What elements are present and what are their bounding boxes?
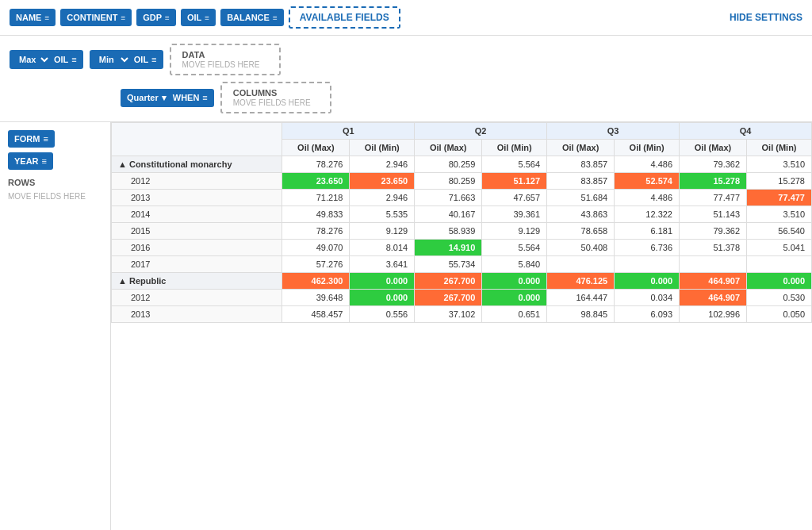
table-row: 201578.2769.12958.9399.12978.6586.18179.… [112,223,812,240]
pivot-table: Q1 Q2 Q3 Q4 Oil (Max) Oil (Min) Oil (Max… [111,122,812,323]
q3-header: Q3 [547,123,680,140]
rows-label: ROWS [8,178,102,187]
columns-field-quarter: Quarter [127,93,159,102]
field-chip-name[interactable]: NAME ≡ [10,9,56,26]
chip-icon-name: ≡ [44,13,49,22]
columns-chip-quarter[interactable]: Quarter ▾ WHEN ≡ [121,89,214,107]
col-q2-max: Oil (Max) [415,140,482,156]
measure-field-min: OIL [134,55,148,64]
group-header-row: ▲ Republic462.3000.000267.7000.000476.12… [112,273,812,290]
pivot-table-container[interactable]: Q1 Q2 Q3 Q4 Oil (Max) Oil (Min) Oil (Max… [111,122,812,530]
chip-icon-form: ≡ [43,134,48,144]
table-row: 201757.2763.64155.7345.840 [112,256,812,273]
columns-field-when: WHEN [173,93,200,102]
available-fields-button[interactable]: AVAILABLE FIELDS [289,6,400,29]
columns-zone-hint: MOVE FIELDS HERE [233,98,311,107]
columns-zone-title: COLUMNS [233,88,319,98]
table-row: 201239.6480.000267.7000.000164.4470.0344… [112,290,812,306]
chip-icon-oil: ≡ [205,13,209,22]
q4-header: Q4 [680,123,812,140]
table-row: 201223.65023.65080.25951.12783.85752.574… [112,173,812,190]
sidebar-chip-year-label: YEAR [14,156,39,166]
field-chip-gdp-label: GDP [143,13,162,22]
field-chip-balance-label: BALANCE [227,13,270,22]
sidebar-chip-form-label: FORM [14,134,40,144]
columns-drop-zone[interactable]: COLUMNS MOVE FIELDS HERE [220,82,331,113]
sidebar-chip-year[interactable]: YEAR ≡ [8,152,53,170]
data-zone-hint: MOVE FIELDS HERE [182,60,260,69]
table-row: 2013458.4570.55637.1020.65198.8456.09310… [112,306,812,323]
field-chip-name-label: NAME [16,13,41,22]
sidebar-chip-form[interactable]: FORM ≡ [8,130,55,148]
col-q3-max: Oil (Max) [547,140,615,156]
data-drop-zone[interactable]: DATA MOVE FIELDS HERE [170,44,281,75]
empty-header [112,123,282,156]
group-expand-icon-1[interactable]: ▲ [118,276,127,286]
q2-header: Q2 [415,123,547,140]
col-q1-max: Oil (Max) [282,140,350,156]
top-bar: NAME ≡ CONTINENT ≡ GDP ≡ OIL ≡ BALANCE ≡… [0,0,812,36]
measure-chip-min[interactable]: MinMaxSumAvg OIL ≡ [90,50,163,69]
field-chip-oil-label: OIL [187,13,201,22]
chip-icon-gdp: ≡ [165,13,170,22]
agg-select-max[interactable]: MaxMinSumAvg [16,54,51,65]
col-q3-min: Oil (Min) [615,140,680,156]
field-chips-container: NAME ≡ CONTINENT ≡ GDP ≡ OIL ≡ BALANCE ≡… [10,6,400,29]
group-header-row: ▲ Constitutional monarchy78.2762.94680.2… [112,156,812,173]
agg-select-min[interactable]: MinMaxSumAvg [96,54,131,65]
table-row: 201449.8335.53540.16739.36143.86312.3225… [112,206,812,223]
chip-icon-balance: ≡ [273,13,278,22]
q1-header: Q1 [282,123,415,140]
chip-icon-columns: ≡ [202,93,207,102]
main-content: FORM ≡ YEAR ≡ ROWS MOVE FIELDS HERE Q1 Q… [0,122,812,530]
field-chip-oil[interactable]: OIL ≡ [181,9,216,26]
field-chip-continent-label: CONTINENT [67,13,117,22]
field-chip-balance[interactable]: BALANCE ≡ [220,9,284,26]
chevron-down-icon: ▾ [162,93,167,103]
col-q4-max: Oil (Max) [680,140,747,156]
col-q2-min: Oil (Min) [482,140,547,156]
col-q4-min: Oil (Min) [747,140,812,156]
field-chip-continent[interactable]: CONTINENT ≡ [60,9,132,26]
chip-icon-min: ≡ [151,55,156,64]
chip-icon-max: ≡ [71,55,76,64]
data-zone-title: DATA [182,50,268,60]
quarter-header-row: Q1 Q2 Q3 Q4 [112,123,812,140]
columns-settings-row: Quarter ▾ WHEN ≡ COLUMNS MOVE FIELDS HER… [121,82,802,113]
chip-icon-continent: ≡ [121,13,125,22]
table-row: 201371.2182.94671.66347.65751.6844.48677… [112,190,812,206]
settings-area: MaxMinSumAvg OIL ≡ MinMaxSumAvg OIL ≡ DA… [0,36,812,122]
table-row: 201649.0708.01414.9105.56450.4086.73651.… [112,240,812,256]
measure-chip-max[interactable]: MaxMinSumAvg OIL ≡ [10,50,83,69]
field-chip-gdp[interactable]: GDP ≡ [136,9,176,26]
group-expand-icon-0[interactable]: ▲ [118,159,127,169]
col-q1-min: Oil (Min) [350,140,415,156]
rows-hint: MOVE FIELDS HERE [8,192,102,201]
data-settings-row: MaxMinSumAvg OIL ≡ MinMaxSumAvg OIL ≡ DA… [10,44,802,75]
chip-icon-year: ≡ [42,156,47,166]
hide-settings-button[interactable]: HIDE SETTINGS [730,12,802,23]
measure-field-max: OIL [54,55,68,64]
sidebar: FORM ≡ YEAR ≡ ROWS MOVE FIELDS HERE [0,122,111,530]
